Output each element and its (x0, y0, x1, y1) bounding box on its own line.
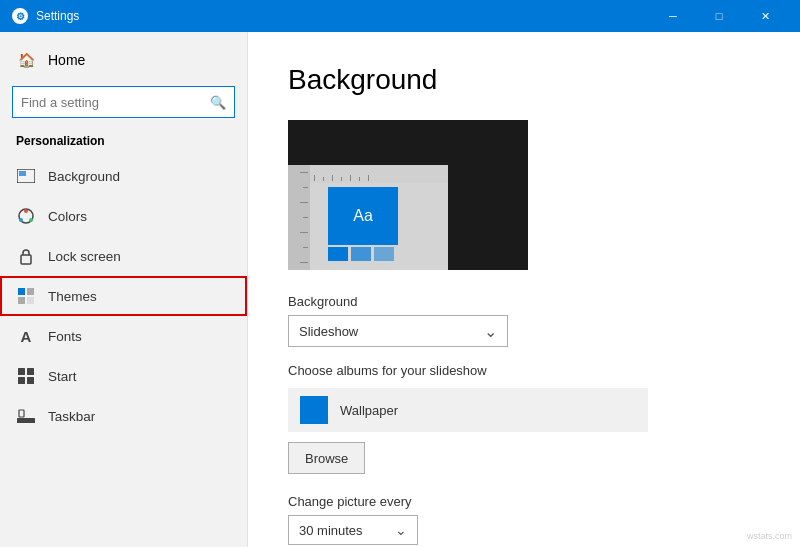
svg-point-5 (19, 218, 23, 222)
svg-rect-9 (18, 297, 25, 304)
sidebar-item-label-lockscreen: Lock screen (48, 249, 121, 264)
fonts-icon: A (16, 326, 36, 346)
sidebar-item-label-background: Background (48, 169, 120, 184)
sidebar-item-label-taskbar: Taskbar (48, 409, 95, 424)
watermark: wstats.com (747, 531, 792, 541)
svg-rect-16 (19, 410, 24, 417)
interval-value: 30 minutes (299, 523, 363, 538)
main-content: 🏠 Home 🔍 Personalization Background Colo… (0, 32, 800, 547)
album-thumbnail (300, 396, 328, 424)
sidebar-item-label-themes: Themes (48, 289, 97, 304)
page-title: Background (288, 64, 760, 96)
search-icon: 🔍 (202, 86, 234, 118)
background-dropdown[interactable]: Slideshow ⌄ (288, 315, 508, 347)
sidebar-item-label-start: Start (48, 369, 77, 384)
svg-rect-12 (27, 368, 34, 375)
svg-rect-13 (18, 377, 25, 384)
sidebar-item-fonts[interactable]: A Fonts (0, 316, 247, 356)
background-icon (16, 166, 36, 186)
choose-albums-label: Choose albums for your slideshow (288, 363, 760, 378)
sidebar-item-label-fonts: Fonts (48, 329, 82, 344)
home-icon: 🏠 (16, 50, 36, 70)
lock-icon (16, 246, 36, 266)
preview-inner: Aa (288, 165, 448, 270)
titlebar-title: Settings (36, 9, 650, 23)
interval-arrow-icon: ⌄ (395, 522, 407, 538)
settings-icon: ⚙ (12, 8, 28, 24)
start-icon (16, 366, 36, 386)
svg-rect-10 (27, 297, 34, 304)
svg-rect-1 (19, 171, 26, 176)
home-label: Home (48, 52, 85, 68)
background-dropdown-value: Slideshow (299, 324, 358, 339)
sidebar-item-start[interactable]: Start (0, 356, 247, 396)
svg-rect-15 (17, 418, 35, 423)
sidebar-item-lockscreen[interactable]: Lock screen (0, 236, 247, 276)
colors-icon (16, 206, 36, 226)
svg-rect-7 (18, 288, 25, 295)
right-panel: Background (248, 32, 800, 547)
sidebar-item-home[interactable]: 🏠 Home (0, 40, 247, 80)
change-picture-label: Change picture every (288, 494, 760, 509)
preview-area: Aa (288, 120, 528, 270)
window-controls: ─ □ ✕ (650, 0, 788, 32)
preview-text: Aa (353, 207, 373, 225)
dropdown-arrow-icon: ⌄ (484, 322, 497, 341)
browse-button[interactable]: Browse (288, 442, 365, 474)
svg-rect-6 (21, 255, 31, 264)
minimize-button[interactable]: ─ (650, 0, 696, 32)
search-box[interactable]: 🔍 (12, 86, 235, 118)
titlebar: ⚙ Settings ─ □ ✕ (0, 0, 800, 32)
themes-icon (16, 286, 36, 306)
sidebar-item-themes[interactable]: Themes (0, 276, 247, 316)
background-form-label: Background (288, 294, 760, 309)
svg-rect-14 (27, 377, 34, 384)
sidebar: 🏠 Home 🔍 Personalization Background Colo… (0, 32, 248, 547)
sidebar-item-colors[interactable]: Colors (0, 196, 247, 236)
interval-dropdown[interactable]: 30 minutes ⌄ (288, 515, 418, 545)
taskbar-icon (16, 406, 36, 426)
sidebar-item-taskbar[interactable]: Taskbar (0, 396, 247, 436)
svg-rect-11 (18, 368, 25, 375)
search-input[interactable] (13, 95, 202, 110)
sidebar-section-title: Personalization (0, 130, 247, 156)
sidebar-item-background[interactable]: Background (0, 156, 247, 196)
svg-rect-8 (27, 288, 34, 295)
album-item: Wallpaper (288, 388, 648, 432)
sidebar-item-label-colors: Colors (48, 209, 87, 224)
svg-point-3 (24, 209, 28, 213)
maximize-button[interactable]: □ (696, 0, 742, 32)
svg-point-4 (29, 218, 33, 222)
close-button[interactable]: ✕ (742, 0, 788, 32)
album-name: Wallpaper (340, 403, 398, 418)
